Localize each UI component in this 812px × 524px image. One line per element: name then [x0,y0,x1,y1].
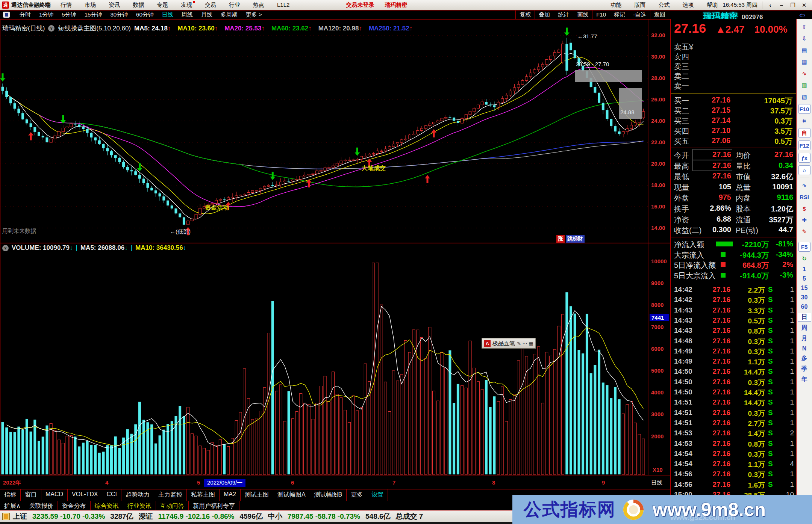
toolbar-button-复权[interactable]: 复权 [515,11,535,19]
period-5分钟[interactable]: 5分钟 [62,11,76,18]
ad-banner[interactable]: 公式指标网 www.9m8.cn www.gs2x.com.cn [512,495,812,524]
f5-icon[interactable]: F5 [798,242,810,252]
toolbar-button-返回[interactable]: 返回 [650,11,669,19]
menu-item-资讯[interactable]: 资讯 [109,2,120,9]
toolbar-button--自选[interactable]: -自选 [629,11,650,19]
menu-item-行业[interactable]: 行业 [229,2,240,9]
period-周线[interactable]: 周线 [182,11,193,18]
structure-icon[interactable]: ⌗ [799,116,810,125]
scroll-up-icon[interactable]: ⇧ [799,23,810,32]
strip-period-5[interactable]: 5 [798,275,811,282]
maximize-button[interactable]: ❐ [788,2,798,9]
tab-私募主图[interactable]: 私募主图 [187,489,220,501]
tab-指标[interactable]: 指标 [0,489,21,501]
strip-period-季[interactable]: 季 [798,365,811,373]
menu-item-功能[interactable]: 功能 [610,2,621,9]
custom-icon[interactable]: 自 [798,128,810,138]
strip-period-N[interactable]: N [798,345,811,352]
strip-period-30[interactable]: 30 [798,294,811,301]
back-arrow-icon[interactable]: ⇦ [799,11,805,20]
ime-icon[interactable]: ▦ [527,341,533,346]
tab-综合资讯[interactable]: 综合资讯 [91,501,123,510]
menu-item-行情[interactable]: 行情 [61,2,72,9]
money-icon[interactable]: $ [799,204,810,213]
tab-MA2[interactable]: MA2 [220,489,241,501]
wave-icon[interactable]: ∿ [799,181,810,190]
period-更多 >[interactable]: 更多 > [246,11,262,18]
strip-period-60[interactable]: 60 [798,304,811,310]
tab-行业资讯[interactable]: 行业资讯 [123,501,156,510]
pages-icon[interactable]: ▧ [799,92,810,101]
period-30分钟[interactable]: 30分钟 [110,11,128,18]
circle-icon[interactable]: ○ [798,165,810,175]
tab-测试主图[interactable]: 测试主图 [241,489,273,501]
ime-toolbar[interactable]: A 极品五笔 ✎ ⋯ ▦ [482,338,536,349]
toolbar-button-统计[interactable]: 统计 [554,11,573,19]
quote-grid-icon[interactable]: ▦ [799,57,810,66]
report-icon[interactable]: ▤ [799,46,810,55]
rsi-icon[interactable]: RSI [799,192,810,201]
strip-period-1[interactable]: 1 [798,266,811,273]
volume-dropdown-icon[interactable]: ∨ [2,245,9,251]
strip-period-年[interactable]: 年 [798,376,811,384]
period-月线[interactable]: 月线 [201,11,212,18]
toolbar-button-叠加[interactable]: 叠加 [535,11,554,19]
trend-chart-icon[interactable]: ∿ [799,69,810,78]
menu-item-帮助[interactable]: 帮助 [706,2,718,9]
menu-item-L1L2[interactable]: L1L2 [277,2,289,9]
strip-period-月[interactable]: 月 [798,335,811,343]
alert-stock-label[interactable]: 瑞玛精密 [385,2,407,9]
minimize-button[interactable]: − [777,2,786,9]
edit-icon[interactable]: ✎ [799,227,810,236]
tab-窗口[interactable]: 窗口 [21,489,41,501]
period-1分钟[interactable]: 1分钟 [39,11,53,18]
ime-icon[interactable]: ⋯ [521,341,527,346]
tab-资金分布[interactable]: 资金分布 [58,501,91,510]
tab-测试幅图A[interactable]: 测试幅图A [273,489,310,501]
formula-icon[interactable]: ƒx [798,153,810,163]
menu-item-专题[interactable]: 专题 [157,2,168,9]
period-15分钟[interactable]: 15分钟 [85,11,102,18]
toolbar-button-F10[interactable]: F10 [592,11,610,19]
menu-item-公式[interactable]: 公式 [658,2,670,9]
menu-item-选项[interactable]: 选项 [682,2,694,9]
close-button[interactable]: ✕ [799,2,809,9]
strip-period-多[interactable]: 多 [798,355,811,362]
tab-设置[interactable]: 设置 [367,489,388,501]
f10-icon[interactable]: F10 [798,104,810,114]
move-icon[interactable]: ✚ [799,216,810,225]
period-60分钟[interactable]: 60分钟 [136,11,154,18]
tab-新用户福利专享[interactable]: 新用户福利专享 [189,501,239,510]
toolbar-button-标记[interactable]: 标记 [610,11,629,19]
indicator-dropdown-icon[interactable]: ∨ [48,25,55,32]
ime-mode-icon[interactable]: A [484,340,491,347]
menu-item-市场[interactable]: 市场 [85,2,96,9]
tab-VOL-TDX[interactable]: VOL-TDX [68,489,102,501]
tab-扩展∧[interactable]: 扩展∧ [0,501,25,510]
strip-period-15[interactable]: 15 [798,285,811,291]
market-status-icon[interactable] [2,513,10,520]
menu-item-交易[interactable]: 交易 [205,2,216,9]
period-分时[interactable]: 分时 [20,11,31,18]
indicator-label[interactable]: 短线操盘主图(5,10,20,60) [58,24,131,33]
toolbar-button-画线[interactable]: 画线 [573,11,592,19]
kline-chart-icon[interactable]: ▥ [799,81,810,90]
tab-主力监控[interactable]: 主力监控 [154,489,187,501]
trade-not-logged-label[interactable]: 交易未登录 [346,2,374,9]
strip-period-周[interactable]: 周 [798,324,811,332]
menu-item-热点[interactable]: 热点 [253,2,264,9]
tab-MACD[interactable]: MACD [41,489,68,501]
tab-CCI[interactable]: CCI [102,489,121,501]
tab-测试幅图B[interactable]: 测试幅图B [310,489,347,501]
layout-toggle-icon[interactable] [3,12,10,18]
period-日线[interactable]: 日线 [162,11,173,18]
tab-互动问答[interactable]: 互动问答 [156,501,189,510]
strip-period-日[interactable]: 日 [798,313,811,322]
ime-icon[interactable]: ✎ [517,341,521,346]
menu-item-数据[interactable]: 数据 [133,2,144,9]
back-window-button[interactable]: ‹ [765,2,775,9]
f12-icon[interactable]: F12 [798,140,810,150]
menu-item-发现[interactable]: 发现 [181,2,192,9]
refresh-icon[interactable]: ↻ [799,254,810,263]
menu-item-版面[interactable]: 版面 [634,2,645,9]
